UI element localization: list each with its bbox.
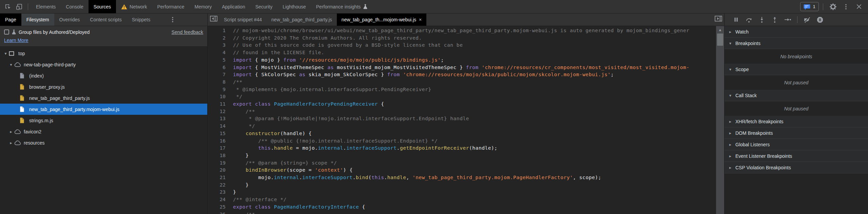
tree-item-resources[interactable]: ▸resources <box>0 137 207 148</box>
line-number[interactable]: 18 <box>208 152 226 159</box>
tree-item-index[interactable]: (index) <box>0 70 207 81</box>
line-number[interactable]: 24 <box>208 196 226 204</box>
line-number[interactable]: 13 <box>208 115 226 123</box>
toolbar-left-controls <box>0 0 31 13</box>
device-toolbar-button[interactable] <box>14 2 25 12</box>
caret-down-icon: ▾ <box>728 67 733 72</box>
navigator-tab-content-scripts[interactable]: Content scripts <box>85 14 127 26</box>
line-number[interactable]: 6 <box>208 64 226 71</box>
editor-tab-new-tab-page-th-mojom-webui-js[interactable]: new_tab_page_th...mojom-webui.js× <box>337 14 426 26</box>
pause-on-exceptions-button[interactable] <box>814 15 826 24</box>
tab-close-icon[interactable]: × <box>419 17 422 22</box>
toggle-navigator-button[interactable] <box>208 14 219 24</box>
tab-security[interactable]: Security <box>250 0 278 13</box>
tab-lighthouse[interactable]: Lighthouse <box>277 0 311 13</box>
tab-sources[interactable]: Sources <box>89 0 116 13</box>
tree-item-favicon2[interactable]: ▸favicon2 <box>0 126 207 137</box>
editor-scrollbar[interactable]: ▲ <box>716 26 724 214</box>
tree-item-new-tab-page-third-party-js[interactable]: new_tab_page_third_party.js <box>0 92 207 104</box>
step-out-button[interactable] <box>769 15 781 24</box>
code-line: mojo.internal.interfaceSupport.bind(this… <box>233 174 716 181</box>
line-number[interactable]: 22 <box>208 181 226 189</box>
line-number[interactable]: 7 <box>208 71 226 79</box>
line-number[interactable]: 16 <box>208 137 226 145</box>
line-number[interactable]: 26 <box>208 211 226 214</box>
line-number[interactable]: 25 <box>208 204 226 211</box>
navigator-more-tabs-button[interactable] <box>167 15 178 25</box>
toggle-debugger-sidebar-button[interactable] <box>713 14 724 24</box>
more-options-button[interactable] <box>840 2 852 12</box>
console-message-count: 1 <box>813 4 815 9</box>
section-xhr-fetch-breakpoints[interactable]: ▸XHR/fetch Breakpoints <box>725 116 868 127</box>
pause-button[interactable] <box>730 15 742 24</box>
line-number[interactable]: 17 <box>208 145 226 152</box>
line-number[interactable]: 14 <box>208 123 226 130</box>
line-number[interactable]: 23 <box>208 189 226 196</box>
code-area[interactable]: 1234567891011121314151617181920212223242… <box>208 26 716 214</box>
section-csp-violation-breakpoints[interactable]: ▸CSP Violation Breakpoints <box>725 162 868 173</box>
caret-down-icon[interactable]: ▾ <box>8 62 14 67</box>
tab-network[interactable]: Network <box>116 0 152 13</box>
scrollbar-thumb[interactable] <box>717 34 723 46</box>
deactivate-breakpoints-button[interactable] <box>801 15 813 24</box>
console-messages-button[interactable]: 1 <box>800 2 819 11</box>
line-number[interactable]: 3 <box>208 42 226 49</box>
tab-performance-insights[interactable]: Performance insights <box>311 0 373 13</box>
cloud-icon <box>14 140 22 145</box>
section-scope[interactable]: ▾Scope <box>725 64 868 75</box>
line-number[interactable]: 8 <box>208 79 226 86</box>
line-number[interactable]: 4 <box>208 49 226 57</box>
line-number[interactable]: 21 <box>208 174 226 181</box>
line-number[interactable]: 2 <box>208 35 226 42</box>
close-devtools-button[interactable] <box>853 2 865 12</box>
line-number[interactable]: 12 <box>208 108 226 115</box>
inspect-element-button[interactable] <box>2 2 14 12</box>
editor-tab-new-tab-page-third-party-js[interactable]: new_tab_page_third_party.js <box>267 14 337 26</box>
section-watch[interactable]: ▸Watch <box>725 26 868 38</box>
step-over-button[interactable] <box>743 15 755 24</box>
tab-memory[interactable]: Memory <box>190 0 217 13</box>
navigator-tab-filesystem[interactable]: Filesystem <box>21 14 54 26</box>
tree-item-new-tab-page-third-party-mojom-webui-js[interactable]: new_tab_page_third_party.mojom-webui.js <box>0 104 207 115</box>
settings-button[interactable] <box>827 2 839 12</box>
navigator-tab-snippets[interactable]: Snippets <box>127 14 155 26</box>
line-number[interactable]: 10 <box>208 93 226 101</box>
tab-label: Sources <box>94 4 111 9</box>
panel-right-icon <box>715 16 722 22</box>
step-button[interactable] <box>782 15 794 24</box>
step-into-button[interactable] <box>756 15 768 24</box>
tree-item-browser-proxy-js[interactable]: browser_proxy.js <box>0 81 207 92</box>
section-note: Not paused <box>725 75 868 90</box>
section-call-stack[interactable]: ▾Call Stack <box>725 90 868 101</box>
tree-item-new-tab-page-third-party[interactable]: ▾new-tab-page-third-party <box>0 59 207 70</box>
caret-right-icon[interactable]: ▸ <box>8 141 14 145</box>
section-breakpoints[interactable]: ▾Breakpoints <box>725 38 868 49</box>
section-event-listener-breakpoints[interactable]: ▸Event Listener Breakpoints <box>725 150 868 162</box>
tab-elements[interactable]: Elements <box>31 0 61 13</box>
tree-item-top[interactable]: ▾top <box>0 48 207 59</box>
editor-tab-script-snippet-44[interactable]: Script snippet #44 <box>219 14 267 26</box>
learn-more-link[interactable]: Learn More <box>4 38 28 43</box>
line-number[interactable]: 11 <box>208 101 226 108</box>
send-feedback-link[interactable]: Send feedback <box>172 29 203 35</box>
section-global-listeners[interactable]: ▸Global Listeners <box>725 139 868 150</box>
line-number[interactable]: 20 <box>208 167 226 174</box>
line-number[interactable]: 1 <box>208 27 226 35</box>
line-number[interactable]: 9 <box>208 86 226 93</box>
line-number[interactable]: 5 <box>208 57 226 64</box>
caret-right-icon[interactable]: ▸ <box>8 129 14 134</box>
section-dom-breakpoints[interactable]: ▸DOM Breakpoints <box>725 127 868 139</box>
tab-console[interactable]: Console <box>61 0 88 13</box>
line-number[interactable]: 15 <box>208 130 226 137</box>
scroll-up-arrow-icon[interactable]: ▲ <box>716 26 724 34</box>
step-out-icon <box>772 17 778 23</box>
navigator-tab-page[interactable]: Page <box>0 14 21 26</box>
navigator-tab-overrides[interactable]: Overrides <box>54 14 85 26</box>
caret-down-icon[interactable]: ▾ <box>3 51 8 56</box>
code-line: } <box>233 181 716 189</box>
tree-item-strings-m-js[interactable]: strings.m.js <box>0 115 207 126</box>
group-files-checkbox[interactable] <box>4 29 9 35</box>
tab-performance[interactable]: Performance <box>152 0 189 13</box>
tab-application[interactable]: Application <box>217 0 250 13</box>
line-number[interactable]: 19 <box>208 159 226 167</box>
